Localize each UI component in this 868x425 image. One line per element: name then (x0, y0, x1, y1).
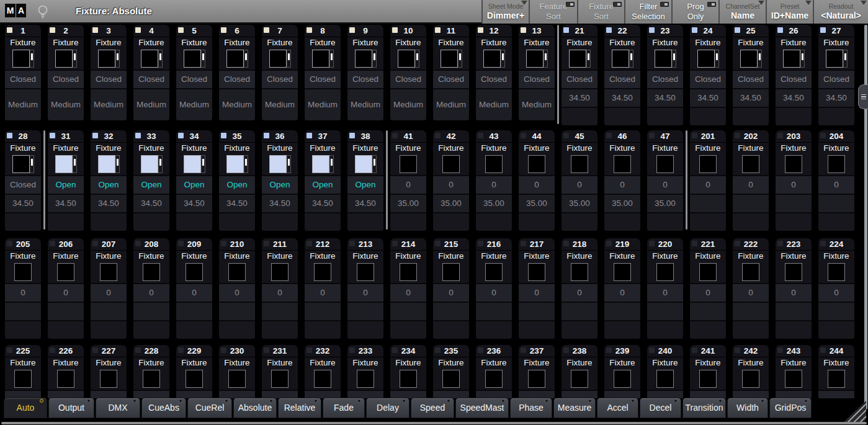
fixture-cell[interactable]: 26FixtureClosed34.50 (776, 25, 812, 125)
fixture-cell[interactable]: 13FixtureClosedMedium (519, 25, 555, 120)
fixture-cell[interactable]: 229Fixture (176, 345, 212, 398)
fixture-cell[interactable]: 25FixtureClosed34.50 (733, 25, 769, 125)
fixture-cell[interactable]: 44Fixture035.00 (519, 130, 555, 231)
tab-absolute[interactable]: Absolute (233, 398, 277, 418)
fixture-cell[interactable]: 210Fixture0 (219, 238, 255, 339)
fixture-cell[interactable]: 11FixtureClosedMedium (433, 25, 469, 120)
fixture-cell[interactable]: 214Fixture0 (390, 238, 426, 339)
toolbar-button-readout[interactable]: Readout<Natural> (813, 0, 868, 24)
fixture-cell[interactable]: 38FixtureOpen34.50 (347, 130, 383, 231)
fixture-cell[interactable]: 22FixtureClosed34.50 (604, 25, 640, 125)
tab-width[interactable]: Width (727, 398, 768, 418)
tab-cueabs[interactable]: CueAbs (141, 398, 186, 418)
fixture-cell[interactable]: 222Fixture0 (733, 238, 769, 339)
fixture-cell[interactable]: 240Fixture (647, 345, 683, 398)
fixture-cell[interactable]: 207Fixture0 (91, 238, 127, 339)
fixture-cell[interactable]: 225Fixture (5, 345, 41, 398)
toolbar-button-channelset[interactable]: ChannelSetName (718, 0, 766, 24)
fixture-cell[interactable]: 47Fixture035.00 (647, 130, 683, 231)
fixture-cell[interactable]: 31FixtureOpen34.50 (48, 130, 84, 231)
fixture-cell[interactable]: 42Fixture035.00 (433, 130, 469, 231)
toolbar-button-preset[interactable]: PresetID+Name (766, 0, 813, 24)
fixture-cell[interactable]: 224Fixture0 (818, 238, 854, 339)
fixture-cell[interactable]: 10FixtureClosedMedium (390, 25, 426, 120)
fixture-cell[interactable]: 27FixtureClosed34.50 (818, 25, 854, 125)
resize-handle-icon[interactable] (844, 401, 866, 422)
fixture-cell[interactable]: 227Fixture (91, 345, 127, 398)
toolbar-button-sheet-mode[interactable]: Sheet ModeDimmer+ (481, 0, 529, 24)
fixture-cell[interactable]: 205Fixture0 (5, 238, 41, 339)
fixture-cell[interactable]: 218Fixture0 (562, 238, 597, 339)
fixture-cell[interactable]: 241Fixture (690, 345, 726, 398)
fixture-cell[interactable]: 6FixtureClosedMedium (219, 25, 255, 120)
fixture-cell[interactable]: 235Fixture (433, 345, 469, 398)
fixture-cell[interactable]: 21FixtureClosed34.50 (562, 25, 597, 125)
tab-phase[interactable]: Phase (510, 398, 552, 418)
fixture-cell[interactable]: 43Fixture035.00 (476, 130, 512, 231)
toolbar-button-prog-only[interactable]: ProgOnly (671, 0, 718, 24)
tab-gridpos[interactable]: GridPos (769, 398, 812, 418)
vertical-scrollbar-grip[interactable] (858, 84, 868, 109)
fixture-cell[interactable]: 3FixtureClosedMedium (91, 25, 127, 120)
fixture-cell[interactable]: 220Fixture0 (647, 238, 683, 339)
fixture-cell[interactable]: 203Fixture0 (776, 130, 812, 231)
fixture-cell[interactable]: 36FixtureOpen34.50 (262, 130, 298, 231)
fixture-cell[interactable]: 37FixtureOpen34.50 (305, 130, 341, 231)
fixture-cell[interactable]: 221Fixture0 (690, 238, 726, 339)
fixture-cell[interactable]: 212Fixture0 (305, 238, 341, 339)
tab-measure[interactable]: Measure (553, 398, 596, 418)
fixture-cell[interactable]: 2FixtureClosedMedium (48, 25, 84, 120)
tab-output[interactable]: Output (48, 398, 94, 418)
fixture-cell[interactable]: 230Fixture (219, 345, 255, 398)
fixture-cell[interactable]: 232Fixture (305, 345, 341, 398)
fixture-cell[interactable]: 238Fixture (562, 345, 597, 398)
fixture-cell[interactable]: 33FixtureOpen34.50 (133, 130, 169, 231)
tab-speed[interactable]: Speed (411, 398, 454, 418)
fixture-cell[interactable]: 215Fixture0 (433, 238, 469, 339)
fixture-cell[interactable]: 23FixtureClosed34.50 (647, 25, 683, 125)
tab-speedmast[interactable]: SpeedMast (455, 398, 509, 418)
fixture-cell[interactable]: 211Fixture0 (262, 238, 298, 339)
fixture-cell[interactable]: 208Fixture0 (133, 238, 169, 339)
tab-auto[interactable]: Auto (4, 398, 47, 418)
fixture-cell[interactable]: 34FixtureOpen34.50 (176, 130, 212, 231)
fixture-cell[interactable]: 46Fixture035.00 (604, 130, 640, 231)
fixture-cell[interactable]: 228Fixture (133, 345, 169, 398)
fixture-cell[interactable]: 7FixtureClosedMedium (262, 25, 298, 120)
toolbar-button-filter-selection[interactable]: FilterSelection (624, 0, 671, 24)
tab-delay[interactable]: Delay (366, 398, 409, 418)
tab-fade[interactable]: Fade (323, 398, 365, 418)
tab-transition[interactable]: Transition (682, 398, 726, 418)
fixture-cell[interactable]: 8FixtureClosedMedium (305, 25, 341, 120)
fixture-cell[interactable]: 41Fixture035.00 (390, 130, 426, 231)
fixture-cell[interactable]: 28FixtureClosed34.50 (5, 130, 41, 231)
tab-decel[interactable]: Decel (640, 398, 681, 418)
toolbar-button-fixture-sort[interactable]: FixtureSort (577, 0, 624, 24)
fixture-cell[interactable]: 24FixtureClosed34.50 (690, 25, 726, 125)
fixture-cell[interactable]: 223Fixture0 (776, 238, 812, 339)
fixture-cell[interactable]: 233Fixture (347, 345, 383, 398)
fixture-cell[interactable]: 231Fixture (262, 345, 298, 398)
fixture-cell[interactable]: 35FixtureOpen34.50 (219, 130, 255, 231)
tab-relative[interactable]: Relative (278, 398, 321, 418)
fixture-cell[interactable]: 201Fixture0 (690, 130, 726, 231)
fixture-cell[interactable]: 239Fixture (604, 345, 640, 398)
fixture-cell[interactable]: 244Fixture (818, 345, 854, 398)
fixture-cell[interactable]: 216Fixture0 (476, 238, 512, 339)
fixture-cell[interactable]: 12FixtureClosedMedium (476, 25, 512, 120)
fixture-cell[interactable]: 206Fixture0 (48, 238, 84, 339)
fixture-cell[interactable]: 1FixtureClosedMedium (5, 25, 41, 120)
fixture-cell[interactable]: 242Fixture (733, 345, 769, 398)
fixture-cell[interactable]: 9FixtureClosedMedium (347, 25, 383, 120)
fixture-cell[interactable]: 204Fixture0 (818, 130, 854, 231)
fixture-cell[interactable]: 32FixtureOpen34.50 (91, 130, 127, 231)
fixture-cell[interactable]: 243Fixture (776, 345, 812, 398)
tab-dmx[interactable]: DMX (96, 398, 140, 418)
fixture-cell[interactable]: 226Fixture (48, 345, 84, 398)
fixture-cell[interactable]: 237Fixture (519, 345, 555, 398)
fixture-cell[interactable]: 5FixtureClosedMedium (176, 25, 212, 120)
fixture-cell[interactable]: 45Fixture035.00 (562, 130, 597, 231)
fixture-cell[interactable]: 236Fixture (476, 345, 512, 398)
fixture-cell[interactable]: 217Fixture0 (519, 238, 555, 339)
toolbar-button-feature-sort[interactable]: FeatureSort (529, 0, 577, 24)
